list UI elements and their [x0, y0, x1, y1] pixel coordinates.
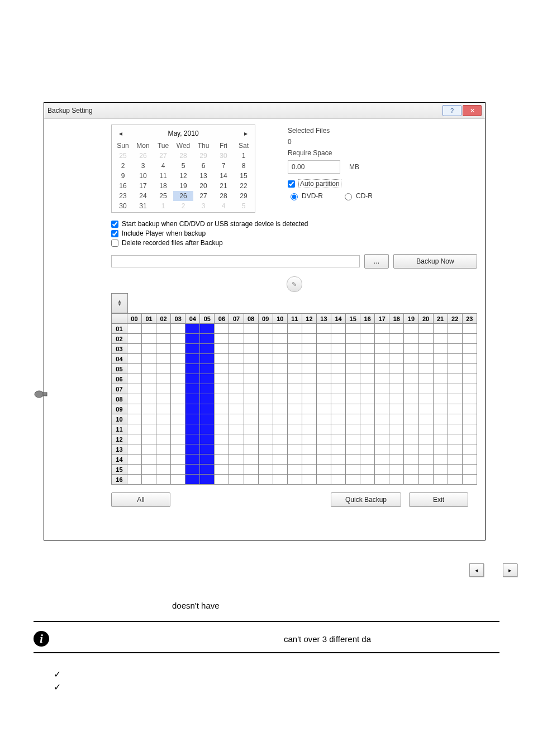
grid-cell[interactable]: [229, 444, 244, 454]
grid-cell[interactable]: [316, 364, 331, 374]
grid-hour-header[interactable]: 11: [287, 314, 302, 324]
grid-cell[interactable]: [258, 394, 273, 404]
grid-cell[interactable]: [229, 434, 244, 444]
grid-cell[interactable]: [375, 354, 389, 364]
calendar-day[interactable]: 4: [213, 201, 234, 211]
grid-cell[interactable]: [244, 414, 258, 424]
grid-cell[interactable]: [418, 434, 433, 444]
grid-row-header[interactable]: 09: [112, 404, 127, 414]
grid-cell[interactable]: [142, 384, 156, 394]
grid-row-header[interactable]: 01: [112, 324, 127, 334]
grid-cell[interactable]: [200, 364, 215, 374]
grid-cell[interactable]: [389, 324, 404, 334]
grid-cell[interactable]: [302, 334, 316, 344]
grid-cell[interactable]: [389, 344, 404, 354]
grid-cell[interactable]: [171, 384, 185, 394]
grid-cell[interactable]: [375, 444, 389, 454]
grid-cell[interactable]: [346, 465, 360, 475]
grid-cell[interactable]: [171, 404, 185, 414]
grid-cell[interactable]: [215, 404, 229, 414]
grid-cell[interactable]: [448, 324, 462, 334]
grid-cell[interactable]: [287, 384, 302, 394]
grid-hour-header[interactable]: 14: [331, 314, 346, 324]
grid-cell[interactable]: [316, 344, 331, 354]
calendar-day[interactable]: 30: [113, 201, 133, 211]
grid-cell[interactable]: [200, 465, 215, 475]
grid-row-header[interactable]: 03: [112, 344, 127, 354]
grid-cell[interactable]: [404, 424, 418, 434]
grid-cell[interactable]: [185, 324, 200, 334]
grid-hour-header[interactable]: 22: [448, 314, 462, 324]
grid-cell[interactable]: [244, 344, 258, 354]
grid-row-header[interactable]: 02: [112, 334, 127, 344]
calendar-day[interactable]: 15: [234, 171, 254, 181]
grid-hour-header[interactable]: 21: [433, 314, 448, 324]
grid-cell[interactable]: [200, 374, 215, 384]
grid-cell[interactable]: [360, 475, 375, 485]
grid-cell[interactable]: [404, 374, 418, 384]
grid-cell[interactable]: [287, 354, 302, 364]
grid-cell[interactable]: [331, 475, 346, 485]
grid-row-header[interactable]: 15: [112, 465, 127, 475]
grid-cell[interactable]: [462, 384, 477, 394]
calendar-day[interactable]: 22: [234, 181, 254, 191]
grid-cell[interactable]: [215, 354, 229, 364]
grid-cell[interactable]: [389, 444, 404, 454]
grid-hour-header[interactable]: 19: [404, 314, 418, 324]
grid-cell[interactable]: [375, 394, 389, 404]
grid-cell[interactable]: [389, 394, 404, 404]
grid-cell[interactable]: [244, 475, 258, 485]
grid-cell[interactable]: [215, 374, 229, 384]
grid-cell[interactable]: [360, 414, 375, 424]
grid-row-header[interactable]: 08: [112, 394, 127, 404]
grid-hour-header[interactable]: 05: [200, 314, 215, 324]
grid-cell[interactable]: [418, 454, 433, 465]
browse-button[interactable]: ...: [364, 254, 389, 269]
grid-cell[interactable]: [433, 344, 448, 354]
grid-cell[interactable]: [127, 364, 141, 374]
grid-cell[interactable]: [200, 344, 215, 354]
grid-cell[interactable]: [418, 374, 433, 384]
grid-cell[interactable]: [127, 475, 141, 485]
grid-cell[interactable]: [331, 394, 346, 404]
grid-cell[interactable]: [171, 374, 185, 384]
grid-cell[interactable]: [448, 434, 462, 444]
grid-cell[interactable]: [389, 374, 404, 384]
grid-cell[interactable]: [258, 404, 273, 414]
calendar[interactable]: ◂ May, 2010 ▸ SunMonTueWedThuFriSat 2526…: [111, 125, 255, 213]
close-button[interactable]: ✕: [463, 105, 482, 116]
grid-row-header[interactable]: 14: [112, 454, 127, 465]
grid-cell[interactable]: [156, 475, 171, 485]
grid-cell[interactable]: [433, 384, 448, 394]
quick-backup-button[interactable]: Quick Backup: [331, 492, 401, 507]
grid-cell[interactable]: [258, 324, 273, 334]
grid-cell[interactable]: [389, 424, 404, 434]
grid-cell[interactable]: [258, 424, 273, 434]
grid-cell[interactable]: [244, 364, 258, 374]
grid-hour-header[interactable]: 03: [171, 314, 185, 324]
grid-cell[interactable]: [273, 434, 287, 444]
grid-cell[interactable]: [171, 394, 185, 404]
grid-hour-header[interactable]: 18: [389, 314, 404, 324]
grid-cell[interactable]: [156, 394, 171, 404]
grid-cell[interactable]: [302, 434, 316, 444]
grid-cell[interactable]: [156, 434, 171, 444]
grid-cell[interactable]: [433, 444, 448, 454]
grid-cell[interactable]: [287, 394, 302, 404]
grid-cell[interactable]: [273, 344, 287, 354]
calendar-day[interactable]: 19: [173, 181, 193, 191]
grid-cell[interactable]: [185, 394, 200, 404]
grid-cell[interactable]: [215, 344, 229, 354]
calendar-day[interactable]: 28: [173, 151, 193, 161]
grid-cell[interactable]: [127, 374, 141, 384]
grid-cell[interactable]: [302, 354, 316, 364]
grid-cell[interactable]: [127, 384, 141, 394]
grid-cell[interactable]: [418, 404, 433, 414]
grid-cell[interactable]: [302, 404, 316, 414]
grid-cell[interactable]: [360, 374, 375, 384]
grid-cell[interactable]: [200, 434, 215, 444]
grid-cell[interactable]: [331, 454, 346, 465]
grid-cell[interactable]: [302, 424, 316, 434]
grid-cell[interactable]: [462, 475, 477, 485]
grid-cell[interactable]: [375, 434, 389, 444]
